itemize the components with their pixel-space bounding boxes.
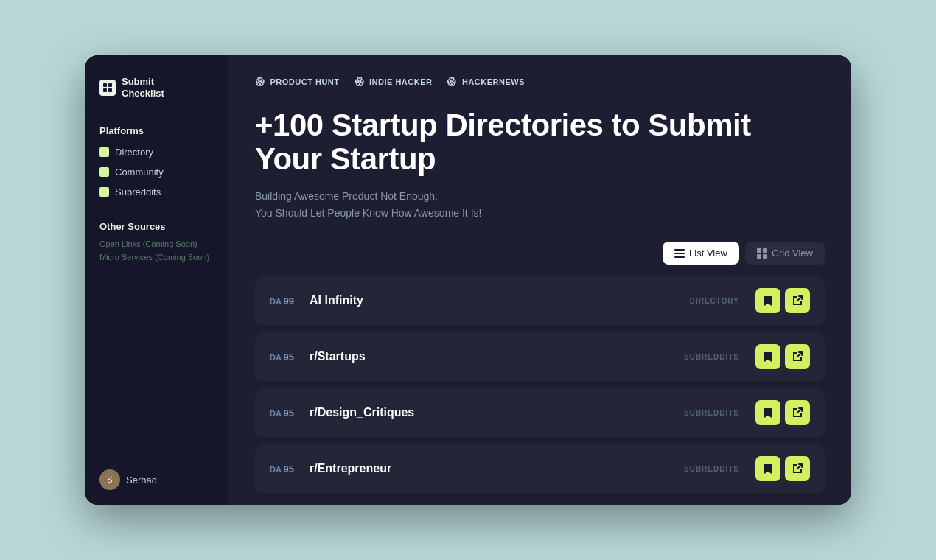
hero-subtitle: Building Awesome Product Not Enough, You… [255,188,825,221]
dir-name-0: AI Infinity [310,294,690,307]
view-toggle: List View Grid View [255,242,825,265]
user-name: Serhad [126,475,157,486]
svg-rect-7 [757,248,761,253]
table-row: DA 95 r/Startups SUBREDDITS [255,332,825,381]
svg-rect-10 [763,254,767,259]
table-row: DA 95 r/Entrepreneur SUBREDDITS [255,444,825,493]
open-links-item: Open Links (Coming Soon) [99,239,214,248]
svg-rect-3 [108,88,112,92]
da-label-0: DA 99 [270,295,302,307]
bookmark-button-1[interactable] [755,344,780,369]
indie-hacker-label: INDIE HACKER [369,77,432,86]
platforms-label: Platforms [99,125,214,136]
product-hunt-label: PRODUCT HUNT [270,77,340,86]
table-row: DA 95 r/Design_Critiques SUBREDDITS [255,388,825,437]
badge-hackernews: 🏵 HACKERNEWS [447,76,525,88]
avatar: S [99,469,120,490]
directory-label: Directory [115,147,153,158]
da-label-3: DA 95 [270,463,302,475]
directory-checkbox [99,147,109,157]
hackernews-label: HACKERNEWS [462,77,525,86]
subtitle-line2: You Should Let People Know How Awesome I… [255,207,481,219]
external-link-icon [792,295,803,307]
svg-rect-9 [757,254,761,259]
dir-name-2: r/Design_Critiques [310,406,684,419]
dir-type-0: DIRECTORY [690,297,739,305]
hackernews-icon: 🏵 [447,76,458,88]
svg-rect-4 [674,249,685,251]
sidebar-item-subreddits[interactable]: Subreddits [99,183,214,200]
community-label: Community [115,167,164,178]
indie-hacker-icon: 🏵 [355,76,366,88]
logo-text: Submit Checklist [122,76,164,99]
badge-indie-hacker: 🏵 INDIE HACKER [355,76,433,88]
external-link-icon [792,351,803,363]
svg-rect-2 [103,88,107,92]
bookmark-icon [762,463,774,475]
table-row: DA 99 AI Infinity DIRECTORY [255,276,825,325]
bookmark-icon [762,351,774,363]
other-sources-section: Other Sources Open Links (Coming Soon) M… [99,221,214,266]
micro-services-item: Micro Services (Coming Soon) [99,253,214,262]
grid-view-icon [757,248,767,259]
dir-name-3: r/Entrepreneur [310,462,684,475]
badge-product-hunt: 🏵 PRODUCT HUNT [255,76,340,88]
open-button-1[interactable] [785,344,810,369]
da-label-1: DA 95 [270,351,302,363]
sidebar: Submit Checklist Platforms Directory Com… [85,55,228,505]
logo-area: Submit Checklist [99,76,214,99]
svg-rect-0 [103,83,107,87]
other-sources-label: Other Sources [99,221,214,232]
bookmark-button-2[interactable] [755,400,780,425]
external-link-icon [792,407,803,419]
bookmark-icon [762,407,774,419]
bookmark-button-3[interactable] [755,456,780,481]
grid-view-button[interactable]: Grid View [745,242,825,265]
svg-rect-6 [674,256,685,258]
dir-type-3: SUBREDDITS [684,465,739,473]
product-hunt-icon: 🏵 [255,76,266,88]
da-label-2: DA 95 [270,407,302,419]
dir-type-2: SUBREDDITS [684,409,739,417]
svg-rect-5 [674,253,685,254]
hero-title: +100 Startup Directories to Submit Your … [255,108,825,176]
bookmark-button-0[interactable] [755,288,780,313]
svg-rect-8 [763,248,767,253]
svg-rect-1 [108,83,112,87]
logo-icon [99,80,116,96]
subreddits-label: Subreddits [115,186,161,197]
bookmark-icon [762,295,774,307]
subreddits-checkbox [99,187,109,197]
main-content: 🏵 PRODUCT HUNT 🏵 INDIE HACKER 🏵 HACKERNE… [228,55,851,505]
badges-row: 🏵 PRODUCT HUNT 🏵 INDIE HACKER 🏵 HACKERNE… [255,76,825,88]
app-container: Submit Checklist Platforms Directory Com… [85,55,851,505]
external-link-icon [792,463,803,475]
list-view-icon [674,248,685,259]
open-button-3[interactable] [785,456,810,481]
community-checkbox [99,167,109,177]
open-button-0[interactable] [785,288,810,313]
sidebar-item-community[interactable]: Community [99,164,214,181]
open-button-2[interactable] [785,400,810,425]
subtitle-line1: Building Awesome Product Not Enough, [255,190,438,202]
dir-name-1: r/Startups [310,350,684,363]
dir-type-1: SUBREDDITS [684,353,739,361]
list-view-button[interactable]: List View [663,242,739,265]
directory-list: DA 99 AI Infinity DIRECTORY [255,276,825,493]
user-area: S Serhad [99,469,157,490]
sidebar-item-directory[interactable]: Directory [99,144,214,161]
